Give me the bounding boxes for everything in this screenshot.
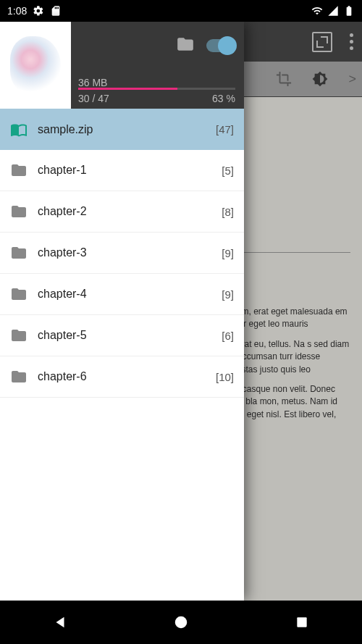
recent-apps-button[interactable] [292, 612, 312, 632]
svg-point-0 [175, 616, 188, 629]
signal-icon [327, 5, 339, 17]
file-item-name: chapter-2 [38, 205, 211, 218]
chevron-right-icon[interactable]: > [348, 72, 356, 87]
file-item-name: chapter-6 [38, 370, 206, 383]
back-button[interactable] [50, 612, 70, 632]
gear-icon [33, 5, 44, 17]
file-item-name: chapter-5 [38, 329, 211, 342]
overflow-menu-icon[interactable] [350, 33, 353, 50]
file-item-name: chapter-1 [38, 164, 211, 177]
file-item-chapter-3[interactable]: chapter-3[9] [0, 233, 244, 274]
status-time: 1:08 [7, 5, 27, 17]
file-item-count: [5] [222, 164, 234, 177]
file-size: 36 MB [78, 77, 107, 88]
file-item-name: sample.zip [38, 123, 206, 136]
status-bar: 1:08 [0, 0, 362, 22]
file-item-count: [10] [216, 371, 234, 383]
folder-icon [10, 368, 28, 385]
toggle-switch[interactable] [206, 39, 234, 52]
file-item-count: [8] [222, 206, 234, 218]
brightness-icon[interactable] [312, 71, 328, 87]
file-item-count: [9] [222, 247, 234, 259]
sd-card-icon [50, 5, 62, 17]
wifi-icon [311, 5, 323, 17]
navigation-drawer: 36 MB 30 / 47 63 % sample.zip[47]chapter… [0, 22, 244, 601]
folder-icon [10, 327, 28, 344]
folder-icon [10, 203, 28, 220]
svg-rect-1 [297, 617, 306, 627]
file-item-chapter-5[interactable]: chapter-5[6] [0, 315, 244, 356]
folder-icon [10, 285, 28, 303]
file-item-count: [6] [222, 330, 234, 342]
folder-icon[interactable] [176, 35, 195, 56]
android-nav-bar [0, 601, 362, 644]
progress-pages: 30 / 47 [78, 93, 109, 104]
file-item-chapter-2[interactable]: chapter-2[8] [0, 191, 244, 233]
file-list: sample.zip[47]chapter-1[5]chapter-2[8]ch… [0, 109, 244, 601]
file-item-chapter-6[interactable]: chapter-6[10] [0, 356, 244, 398]
file-item-sample-zip[interactable]: sample.zip[47] [0, 109, 244, 150]
drawer-header: 36 MB 30 / 47 63 % [0, 22, 244, 109]
cover-thumbnail[interactable] [0, 22, 71, 109]
folder-icon [10, 244, 28, 262]
file-item-count: [47] [216, 123, 234, 135]
battery-icon [343, 5, 355, 17]
fullscreen-icon[interactable] [312, 32, 332, 52]
progress-percent: 63 % [212, 93, 235, 104]
file-item-name: chapter-4 [38, 288, 211, 301]
progress-bar[interactable] [78, 88, 235, 90]
home-button[interactable] [171, 612, 191, 632]
cover-image [10, 36, 61, 94]
file-item-name: chapter-3 [38, 246, 211, 259]
file-item-chapter-4[interactable]: chapter-4[9] [0, 274, 244, 315]
file-item-count: [9] [222, 288, 234, 301]
file-item-chapter-1[interactable]: chapter-1[5] [0, 150, 244, 191]
crop-icon[interactable] [276, 71, 292, 87]
folder-icon [10, 162, 28, 179]
book-icon [10, 121, 28, 138]
